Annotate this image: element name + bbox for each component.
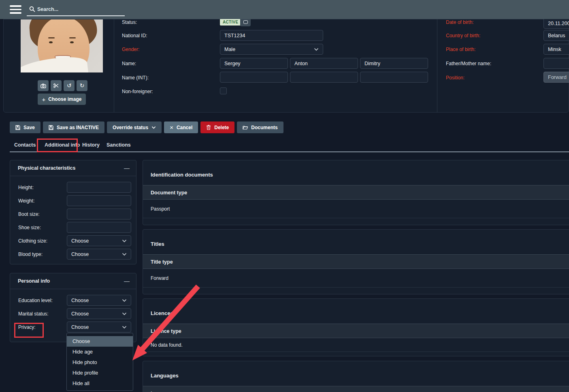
middle-name-int-input[interactable] [290,72,358,83]
licences-section: Licences Licence type No data found. [143,298,569,356]
divider [114,19,114,112]
collapse-icon[interactable]: — [124,165,130,171]
marital-status-label: Marital status: [18,311,49,317]
save-icon [49,125,53,130]
non-foreigner-checkbox[interactable] [220,87,227,94]
marital-status-select[interactable]: Choose [67,308,131,319]
cancel-button[interactable]: × Cancel [164,121,198,133]
close-icon: × [170,124,173,131]
save-as-inactive-button[interactable]: Save as INACTIVE [43,121,104,133]
non-foreigner-label: Non-foreigner: [122,89,153,94]
shoe-size-input[interactable] [67,222,131,233]
choose-image-button[interactable]: + Choose image [38,94,86,105]
documents-button[interactable]: Documents [237,121,283,133]
tab-contacts[interactable]: Contacts [14,142,36,148]
boot-size-input[interactable] [67,209,131,219]
override-status-button[interactable]: Override status [107,121,162,133]
redo-rotate-button[interactable]: ↻ [77,80,87,91]
privacy-dropdown-menu: Choose Hide age Hide photo Hide profile … [66,333,133,391]
blood-type-select[interactable]: Choose [67,249,131,260]
photo-detail [69,37,76,38]
section-title: Languages [151,373,569,379]
undo-icon: ↺ [67,80,72,91]
documents-label: Documents [251,125,277,130]
camera-button[interactable] [38,80,49,91]
education-level-select[interactable]: Choose [67,295,131,306]
dob-input[interactable] [543,18,569,29]
photo-detail [48,37,55,38]
choose-image-label: Choose image [48,96,81,102]
height-input[interactable] [67,182,131,193]
privacy-value: Choose [71,324,89,330]
panel-title: Personal info [18,278,50,284]
dob-label: Date of birth: [446,19,474,25]
dropdown-option-hide-all[interactable]: Hide all [67,378,133,389]
column-header: Licence type [143,324,569,338]
empty-row: No data found. [143,338,569,352]
redo-icon: ↻ [80,80,85,91]
column-header: Language [143,386,569,392]
national-id-input[interactable] [220,30,323,41]
menu-icon[interactable] [10,5,21,14]
last-name-int-input[interactable] [360,72,428,83]
tab-history[interactable]: History [82,142,100,148]
dropdown-option-hide-photo[interactable]: Hide photo [67,357,133,368]
panel-header: Personal info — [10,273,136,289]
first-name-int-input[interactable] [220,72,288,83]
last-name-input[interactable] [360,58,428,69]
middle-name-input[interactable] [290,58,358,69]
cancel-label: Cancel [177,125,192,130]
save-button[interactable]: Save [10,121,40,133]
table-row[interactable]: Passport [143,200,569,218]
plus-icon: + [42,96,46,103]
tab-additional-info[interactable]: Additional info [45,142,80,148]
square-icon [243,20,248,24]
clothing-size-select[interactable]: Choose [67,235,131,246]
dropdown-option-hide-profile[interactable]: Hide profile [67,368,133,378]
tab-underline [10,151,569,152]
father-input[interactable] [543,58,569,69]
undo-rotate-button[interactable]: ↺ [64,80,75,91]
gender-select[interactable]: Male [220,44,323,55]
country-input[interactable] [543,30,569,41]
status-label: Status: [122,19,137,25]
national-id-label: National ID: [122,33,147,38]
panel-header: Physical characteristics — [10,160,136,176]
position-label: Position: [446,75,465,81]
delete-button[interactable]: Delete [200,121,234,133]
delete-label: Delete [214,125,229,130]
privacy-select[interactable]: Choose [67,322,131,332]
search-field [27,3,125,16]
chevron-down-icon [122,326,127,329]
tab-bar: Contacts Additional info History Sanctio… [0,140,569,152]
tab-sanctions[interactable]: Sanctions [107,142,131,148]
panel-title: Physical characteristics [18,165,75,171]
place-input[interactable] [543,44,569,55]
chevron-down-icon [314,48,319,51]
gender-label: Gender: [122,47,139,52]
table-row[interactable]: Forward [143,269,569,288]
dropdown-option-hide-age[interactable]: Hide age [67,347,133,357]
collapse-icon[interactable]: — [124,278,130,284]
scissors-icon [53,83,59,88]
column-header: Title type [143,254,569,269]
clothing-size-label: Clothing size: [18,238,47,244]
dropdown-option-choose[interactable]: Choose [67,336,133,347]
weight-input[interactable] [67,195,131,206]
physical-characteristics-panel: Physical characteristics — Height: Weigh… [10,160,136,264]
position-input[interactable] [543,72,569,83]
country-label: Country of birth: [446,33,480,38]
titles-section: Titles Title type Forward [143,229,569,294]
folder-icon [243,125,248,130]
chevron-down-icon [122,312,127,315]
first-name-input[interactable] [220,58,288,69]
education-level-label: Education level: [18,298,53,303]
blood-type-value: Choose [71,251,89,257]
crop-button[interactable] [51,80,62,91]
divider [437,19,437,112]
search-input[interactable] [37,4,122,15]
place-label: Place of birth: [446,47,475,52]
education-level-value: Choose [71,298,89,303]
chevron-down-icon [122,253,127,256]
marital-status-value: Choose [71,311,89,317]
